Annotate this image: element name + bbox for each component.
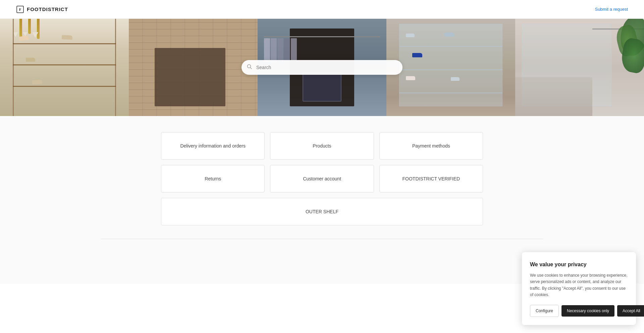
category-label-customer: Customer account	[303, 176, 341, 181]
header: F FOOTDISTRICT Submit a request	[0, 0, 644, 19]
category-card-returns[interactable]: Returns	[161, 165, 265, 192]
hero-panel-2	[129, 19, 258, 116]
category-label-payment: Payment methods	[412, 143, 450, 149]
category-card-delivery[interactable]: Delivery information and orders	[161, 132, 265, 160]
necessary-cookies-button[interactable]: Necessary cookies only	[561, 305, 614, 317]
hero-panel-5	[515, 19, 644, 116]
cookie-buttons: Configure Necessary cookies only Accept …	[530, 305, 628, 317]
search-icon	[247, 64, 252, 71]
cookie-description: We use cookies to enhance your browsing …	[530, 272, 628, 298]
category-grid: Delivery information and orders Products…	[161, 132, 483, 225]
footer-line	[101, 239, 543, 244]
category-card-customer[interactable]: Customer account	[270, 165, 374, 192]
hero-banner	[0, 19, 644, 116]
category-label-returns: Returns	[205, 176, 221, 181]
svg-line-3	[251, 68, 252, 69]
accept-all-button[interactable]: Accept All	[617, 305, 644, 317]
logo-text: FOOTDISTRICT	[27, 6, 68, 12]
category-row-3: OUTER SHELF	[161, 198, 483, 225]
search-input[interactable]	[241, 60, 402, 75]
category-label-products: Products	[313, 143, 331, 149]
svg-text:F: F	[19, 7, 21, 11]
configure-button[interactable]: Configure	[530, 305, 559, 317]
hero-panel-4	[386, 19, 515, 116]
category-label-delivery: Delivery information and orders	[180, 143, 246, 149]
cookie-title: We value your privacy	[530, 262, 628, 268]
category-card-outer-shelf[interactable]: OUTER SHELF	[161, 198, 483, 225]
category-card-products[interactable]: Products	[270, 132, 374, 160]
logo[interactable]: F FOOTDISTRICT	[16, 5, 68, 13]
hero-panel-1	[0, 19, 129, 116]
logo-icon: F	[16, 5, 24, 13]
category-row-2: Returns Customer account FOOTDISTRICT VE…	[161, 165, 483, 192]
category-card-verified[interactable]: FOOTDISTRICT VERIFIED	[379, 165, 483, 192]
category-label-outer-shelf: OUTER SHELF	[306, 209, 338, 214]
category-label-verified: FOOTDISTRICT VERIFIED	[402, 176, 460, 181]
category-card-payment[interactable]: Payment methods	[379, 132, 483, 160]
submit-request-link[interactable]: Submit a request	[595, 7, 628, 12]
category-row-1: Delivery information and orders Products…	[161, 132, 483, 160]
cookie-banner: We value your privacy We use cookies to …	[522, 252, 636, 325]
search-container	[241, 60, 402, 75]
